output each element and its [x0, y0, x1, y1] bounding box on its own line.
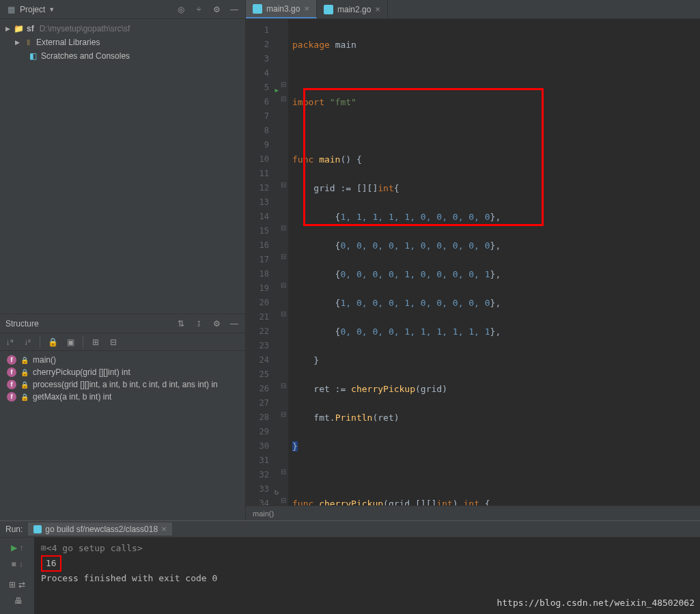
expand-icon[interactable]: ⊞: [90, 337, 101, 348]
stop-icon[interactable]: ■: [11, 559, 16, 569]
close-icon[interactable]: ×: [161, 524, 167, 534]
tab-main3[interactable]: main3.go×: [246, 0, 317, 18]
layout-icon[interactable]: ⊞: [9, 580, 16, 589]
run-label: Run:: [5, 525, 23, 534]
watermark: https://blog.csdn.net/weixin_48502062: [496, 596, 695, 610]
gear-icon[interactable]: ⚙: [211, 318, 222, 329]
breadcrumb[interactable]: main(): [246, 505, 700, 520]
func-badge-icon: f: [7, 380, 16, 389]
func-badge-icon: f: [7, 392, 16, 402]
hide-icon[interactable]: —: [229, 318, 240, 329]
structure-item[interactable]: f🔒cherryPickup(grid [][]int) int: [0, 366, 245, 378]
highlight-box: [303, 88, 544, 226]
dropdown-icon: ▼: [48, 6, 55, 13]
structure-title: Structure: [5, 319, 176, 329]
tree-root[interactable]: ▶ 📁 sf D:\mysetup\gopath\src\sf: [0, 22, 245, 36]
collapse-all-icon[interactable]: ⊟: [108, 337, 119, 348]
project-tree[interactable]: ▶ 📁 sf D:\mysetup\gopath\src\sf ▶ ⫴ Exte…: [0, 19, 245, 313]
lock-icon: 🔒: [20, 381, 29, 389]
rerun-icon[interactable]: ▶: [11, 543, 17, 553]
lock-icon: 🔒: [20, 369, 29, 376]
structure-item[interactable]: f🔒getMax(a int, b int) int: [0, 391, 245, 403]
sort-icon[interactable]: ⇅: [176, 318, 186, 329]
tree-scratches[interactable]: ◧ Scratches and Consoles: [0, 49, 245, 63]
fold-gutter[interactable]: ⊟⊟⊟⊟⊟⊟⊟⊟⊟⊟⊟: [279, 19, 288, 505]
run-output[interactable]: ⊞<4 go setup calls> 16 Process finished …: [34, 538, 700, 614]
go-file-icon: [324, 5, 333, 14]
print-icon[interactable]: 🖶: [14, 596, 23, 606]
hide-icon[interactable]: —: [229, 4, 240, 15]
code-editor[interactable]: package main import "fmt" func main() { …: [288, 19, 700, 505]
lock-icon: 🔒: [20, 357, 29, 364]
close-icon[interactable]: ×: [375, 4, 380, 14]
project-panel-title[interactable]: ▦ Project ▼: [5, 4, 171, 15]
down-icon[interactable]: ↓: [19, 559, 23, 569]
structure-item[interactable]: f🔒main(): [0, 354, 245, 366]
library-icon: ⫴: [23, 37, 33, 48]
collapse-icon[interactable]: ÷: [193, 4, 204, 15]
go-file-icon: [33, 525, 42, 533]
target-icon[interactable]: ◎: [176, 4, 186, 15]
output-result: 16: [41, 555, 61, 572]
tab-main2[interactable]: main2.go×: [317, 0, 388, 18]
tree-external-libs[interactable]: ▶ ⫴ External Libraries: [0, 36, 245, 49]
func-badge-icon: f: [7, 355, 16, 365]
wrap-icon[interactable]: ⇄: [18, 580, 25, 589]
up-icon[interactable]: ↑: [20, 543, 24, 553]
sort-vis-icon[interactable]: ↓ᶻ: [22, 337, 33, 348]
folder-toolbar-icon[interactable]: ▣: [65, 337, 76, 348]
lock-toolbar-icon[interactable]: 🔒: [47, 337, 58, 348]
close-icon[interactable]: ×: [304, 3, 309, 14]
lock-icon: 🔒: [20, 393, 29, 401]
go-file-icon: [253, 4, 262, 14]
line-number-gutter[interactable]: 1234 5▶ 67891011121314151617181920212223…: [246, 19, 279, 505]
filter-icon[interactable]: ⫱: [193, 318, 204, 329]
sort-alpha-icon[interactable]: ↓ᵃ: [4, 337, 15, 348]
scratch-icon: ◧: [27, 51, 38, 61]
gear-icon[interactable]: ⚙: [211, 4, 222, 15]
func-badge-icon: f: [7, 367, 16, 377]
structure-item[interactable]: f🔒process(grid [][]int, a int, b int, c …: [0, 378, 245, 391]
run-config-tab[interactable]: go build sf/newclass2/class018×: [28, 522, 171, 535]
project-icon: ▦: [5, 4, 16, 15]
folder-icon: 📁: [13, 23, 24, 34]
